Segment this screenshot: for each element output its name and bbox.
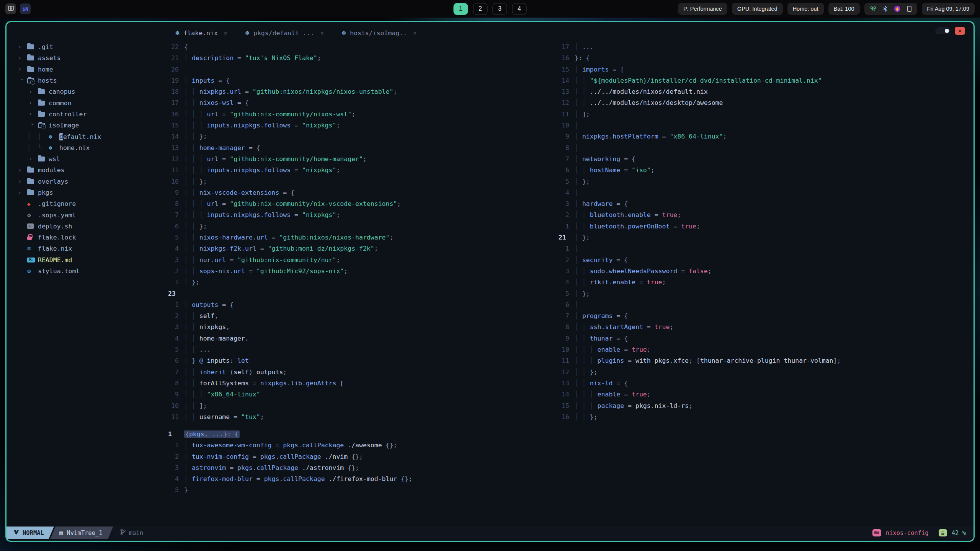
- code-line[interactable]: 17│ │ nixos-wsl = {: [167, 97, 562, 108]
- code-line[interactable]: 9│ │ nix-vscode-extensions = {: [167, 187, 562, 198]
- tab-flake.nix[interactable]: ❄flake.nix×: [175, 29, 227, 37]
- workspace-1[interactable]: 1: [454, 3, 468, 15]
- workspace-4[interactable]: 4: [512, 3, 527, 15]
- system-tray[interactable]: [864, 3, 917, 15]
- chevron-right-icon[interactable]: ›: [16, 167, 27, 174]
- code-line[interactable]: 13│ │ ../../modules/nixos/default.nix: [558, 86, 969, 97]
- code-line[interactable]: 6│: [558, 299, 969, 310]
- code-line[interactable]: 5│ };: [558, 176, 969, 187]
- editor-pane-flake-nix[interactable]: 22{21│ description = "tux's NixOS Flake"…: [167, 41, 562, 422]
- tree-item-hosts[interactable]: ›hosts: [16, 75, 170, 86]
- tree-item-.git[interactable]: ›.git: [16, 41, 170, 52]
- code-line[interactable]: 15│ │ │ package = pkgs.nix-ld-rs;: [558, 400, 969, 411]
- code-line[interactable]: 10│: [558, 120, 969, 131]
- code-line[interactable]: 8│: [558, 142, 969, 153]
- tree-item-common[interactable]: ›common: [16, 97, 170, 108]
- code-line[interactable]: 18│ │ nixpkgs.url = "github:nixos/nixpkg…: [167, 86, 562, 97]
- code-line[interactable]: 5}: [167, 484, 967, 496]
- code-line[interactable]: 21│ description = "tux's NixOS Flake";: [167, 52, 562, 64]
- code-line[interactable]: 10│ │ };: [167, 176, 562, 187]
- code-line[interactable]: 4│: [558, 187, 969, 198]
- code-line[interactable]: 12│ │ ../../modules/nixos/desktop/awesom…: [558, 97, 969, 108]
- code-line[interactable]: 12│ │ };: [558, 367, 969, 378]
- code-line[interactable]: 7│ networking = {: [558, 153, 969, 165]
- code-line[interactable]: 6│ } @ inputs: let: [167, 355, 562, 366]
- code-line[interactable]: 8│ │ ssh.startAgent = true;: [558, 321, 969, 333]
- tree-item-README.md[interactable]: M↓README.md: [16, 254, 170, 266]
- code-line[interactable]: 7│ │ inherit (self) outputs;: [167, 367, 562, 378]
- code-line[interactable]: 4│ │ rtkit.enable = true;: [558, 277, 969, 288]
- chevron-right-icon[interactable]: ›: [27, 88, 38, 95]
- tree-item-.gitignore[interactable]: ◆.gitignore: [16, 198, 170, 209]
- code-line[interactable]: 5│ │ ...: [167, 344, 562, 355]
- tree-item-modules[interactable]: ›modules: [16, 165, 170, 176]
- tree-item-stylua.toml[interactable]: ⚙stylua.toml: [16, 266, 170, 277]
- code-line[interactable]: 10│ │ │ enable = true;: [558, 344, 969, 355]
- tree-item-isoImage[interactable]: ›isoImage: [16, 120, 170, 131]
- tree-item-.sops.yaml[interactable]: ⚙.sops.yaml: [16, 209, 170, 220]
- tree-item-flake.lock[interactable]: flake.lock: [16, 232, 170, 243]
- chevron-right-icon[interactable]: ›: [16, 178, 27, 185]
- nix-launcher-button[interactable]: $N: [20, 3, 31, 14]
- code-line[interactable]: 2│ security = {: [558, 254, 969, 266]
- clock[interactable]: Fri Aug 09, 17:09: [922, 3, 975, 15]
- code-line[interactable]: 11│ ];: [558, 109, 969, 120]
- code-line[interactable]: 19│ inputs = {: [167, 75, 562, 86]
- tree-item-overlays[interactable]: ›overlays: [16, 176, 170, 187]
- tree-item-wsl[interactable]: ›wsl: [16, 153, 170, 165]
- tab-hosts/isoImag..[interactable]: ❄hosts/isoImag..×: [341, 29, 416, 37]
- code-line[interactable]: 7│ programs = {: [558, 310, 969, 321]
- code-line[interactable]: 9│ │ │ "x86_64-linux": [167, 389, 562, 400]
- code-line[interactable]: 14│ │ │ enable = true;: [558, 389, 969, 400]
- code-line[interactable]: 1│ tux-awesome-wm-config = pkgs.callPack…: [167, 440, 967, 451]
- tab-close-icon[interactable]: ×: [320, 30, 324, 36]
- code-line[interactable]: 21│ };: [558, 232, 969, 243]
- chevron-down-icon[interactable]: ›: [29, 121, 36, 132]
- chevron-right-icon[interactable]: ›: [16, 44, 27, 51]
- code-line[interactable]: 9│ nixpkgs.hostPlatform = "x86_64-linux"…: [558, 131, 969, 142]
- code-line[interactable]: 16│ │ │ url = "github:nix-community/nixo…: [167, 109, 562, 120]
- code-line[interactable]: 3│ │ nixpkgs,: [167, 321, 562, 333]
- chevron-down-icon[interactable]: ›: [18, 76, 25, 87]
- code-line[interactable]: 4│ │ nixpkgs-f2k.url = "github:moni-dz/n…: [167, 243, 562, 254]
- tree-item-pkgs[interactable]: ›pkgs: [16, 187, 170, 198]
- code-line[interactable]: 17│ ...: [558, 41, 969, 52]
- code-line[interactable]: 13│ │ home-manager = {: [167, 142, 562, 153]
- code-line[interactable]: 3│ │ nur.url = "github:nix-community/nur…: [167, 254, 562, 266]
- window-close-button[interactable]: ×: [955, 27, 965, 35]
- code-line[interactable]: 1│ outputs = {: [167, 299, 562, 310]
- code-line[interactable]: 5│ };: [558, 288, 969, 299]
- code-line[interactable]: 4│ │ home-manager,: [167, 333, 562, 344]
- code-line[interactable]: 13│ │ nix-ld = {: [558, 378, 969, 389]
- workspace-3[interactable]: 3: [493, 3, 507, 15]
- git-branch[interactable]: main: [120, 529, 143, 537]
- code-line[interactable]: 11│ │ │ plugins = with pkgs.xfce; [thuna…: [558, 355, 969, 366]
- tab-pkgs/default ...[interactable]: ❄pkgs/default ...×: [245, 29, 324, 37]
- code-line[interactable]: 5│ │ nixos-hardware.url = "github:nixos/…: [167, 232, 562, 243]
- tree-item-canopus[interactable]: ›canopus: [16, 86, 170, 97]
- tree-item-default.nix[interactable]: ││❄default.nix: [16, 131, 170, 142]
- tab-close-icon[interactable]: ×: [224, 30, 227, 36]
- code-line[interactable]: 1│ };: [167, 277, 562, 288]
- workspace-2[interactable]: 2: [473, 3, 488, 15]
- code-line[interactable]: 15│ │ │ inputs.nixpkgs.follows = "nixpkg…: [167, 120, 562, 131]
- chevron-right-icon[interactable]: ›: [27, 156, 38, 163]
- code-line[interactable]: 2│ │ sops-nix.url = "github:Mic92/sops-n…: [167, 266, 562, 277]
- chevron-right-icon[interactable]: ›: [16, 55, 27, 62]
- tab-close-icon[interactable]: ×: [413, 30, 416, 36]
- code-line[interactable]: 14│ │ "${modulesPath}/installer/cd-dvd/i…: [558, 75, 969, 86]
- chevron-right-icon[interactable]: ›: [27, 111, 38, 117]
- code-line[interactable]: 8│ │ │ url = "github:nix-community/nix-v…: [167, 198, 562, 209]
- code-line[interactable]: 1{pkgs, ...}: {: [167, 429, 967, 440]
- code-line[interactable]: 14│ │ };: [167, 131, 562, 142]
- code-line[interactable]: 4│ firefox-mod-blur = pkgs.callPackage .…: [167, 473, 967, 484]
- code-line[interactable]: 8│ │ forAllSystems = nixpkgs.lib.genAttr…: [167, 378, 562, 389]
- code-line[interactable]: 6│ │ };: [167, 221, 562, 232]
- app-launcher-button[interactable]: [5, 3, 16, 14]
- code-line[interactable]: 1│ │ bluetooth.powerOnBoot = true;: [558, 221, 969, 232]
- tree-item-assets[interactable]: ›assets: [16, 52, 170, 64]
- code-line[interactable]: 16│ │ };: [558, 411, 969, 422]
- code-line[interactable]: 9│ │ thunar = {: [558, 333, 969, 344]
- editor-pane-hosts-isoimage[interactable]: 17│ ...16}: {15│ imports = [14│ │ "${mod…: [558, 41, 969, 422]
- code-line[interactable]: 6│ │ hostName = "iso";: [558, 165, 969, 176]
